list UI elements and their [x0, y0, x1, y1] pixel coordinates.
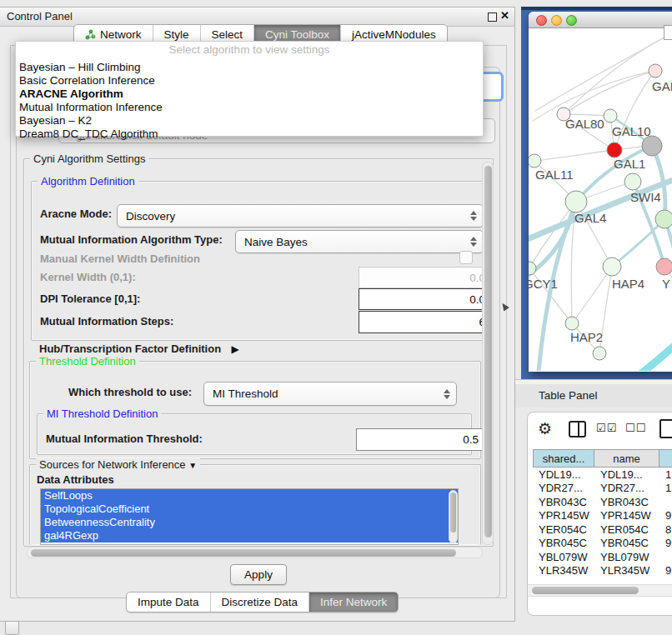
table-cell[interactable]: 9.	[659, 578, 672, 581]
table-cell[interactable]: YPR145W	[533, 509, 594, 523]
manual-kernel-checkbox[interactable]	[459, 251, 473, 264]
table-cell[interactable]: YDR27...	[533, 482, 594, 496]
table-row[interactable]: YIL053CYIL053C9.	[533, 578, 672, 581]
network-edge[interactable]	[627, 326, 672, 371]
table-cell[interactable]: YDL19...	[533, 468, 594, 482]
network-node[interactable]	[649, 64, 662, 78]
table-row[interactable]: YBR045CYBR045C9.	[533, 537, 672, 551]
table-row[interactable]: YDL19...YDL19...13	[533, 468, 672, 482]
aracne-mode-combo[interactable]: Discovery	[117, 204, 484, 228]
table-row[interactable]: YDR27...YDR27...12	[533, 482, 672, 496]
table-cell[interactable]	[659, 550, 672, 564]
data-attributes-list[interactable]: SelfLoopsTopologicalCoefficientBetweenne…	[40, 488, 459, 545]
split-columns-icon[interactable]	[569, 421, 586, 438]
attribute-item-gal4rgexp[interactable]: gal4RGexp	[41, 529, 458, 542]
network-node[interactable]	[565, 317, 579, 330]
network-edge[interactable]	[572, 267, 612, 323]
network-node[interactable]	[607, 142, 622, 158]
table-cell[interactable]: 13	[659, 468, 672, 482]
algorithm-option-mutual-information-inference[interactable]: Mutual Information Inference	[16, 101, 483, 114]
function-builder-icon[interactable]	[659, 419, 672, 438]
settings-horizontal-scrollbar[interactable]	[27, 547, 483, 558]
table-cell[interactable]	[659, 495, 672, 509]
disclosure-expanded-icon[interactable]: ▼	[188, 461, 197, 470]
attribute-item-selfloops[interactable]: SelfLoops	[41, 489, 458, 502]
collapsed-panel-button[interactable]	[5, 621, 19, 635]
mi-threshold-input[interactable]: 0.5	[356, 428, 484, 451]
table-horizontal-scrollbar[interactable]	[528, 584, 672, 597]
algorithm-option-bayesian-hill-climbing[interactable]: Bayesian – Hill Climbing	[16, 61, 483, 74]
algorithm-option-dream8-dc-tdc-algorithm[interactable]: Dream8 DC_TDC Algorithm	[16, 128, 483, 141]
table-cell[interactable]: YBR043C	[533, 495, 594, 509]
network-edge[interactable]	[564, 71, 655, 114]
mi-steps-input[interactable]: 6	[359, 311, 491, 333]
algorithm-option-basic-correlation-inference[interactable]: Basic Correlation Inference	[16, 74, 483, 88]
table-cell[interactable]: 9.	[659, 564, 672, 578]
column-header-name[interactable]: name	[594, 449, 659, 468]
table-cell[interactable]: YLR345W	[594, 564, 659, 578]
table-cell[interactable]: YLR345W	[533, 564, 594, 578]
gear-icon[interactable]: ⚙	[538, 419, 552, 438]
table-cell[interactable]: YER054C	[594, 522, 659, 537]
network-node[interactable]	[624, 173, 641, 190]
table-cell[interactable]: YBL079W	[533, 550, 594, 564]
table-cell[interactable]: 9.	[659, 509, 672, 523]
column-header-a[interactable]: A	[659, 449, 672, 468]
table-row[interactable]: YER054CYER054C8.	[533, 522, 672, 537]
kernel-width-input[interactable]: 0.0	[359, 267, 491, 288]
table-cell[interactable]: YBR043C	[594, 495, 659, 509]
settings-vertical-scrollbar[interactable]	[482, 162, 494, 545]
kernel-width-label: Kernel Width (0,1):	[40, 271, 136, 283]
float-window-icon[interactable]	[488, 12, 497, 22]
table-cell[interactable]: YIL053C	[533, 578, 594, 581]
network-window-titlebar[interactable]	[529, 12, 672, 28]
mi-algorithm-type-combo[interactable]: Naive Bayes	[235, 230, 484, 253]
table-cell[interactable]: YPR145W	[594, 509, 659, 523]
table-cell[interactable]: 8.	[659, 522, 672, 537]
network-node[interactable]	[655, 210, 672, 228]
network-canvas[interactable]: GAL7GAL80GAL10GAL1GAL11SWI4GAL4GCY1HAP4Y…	[529, 28, 672, 371]
table-row[interactable]: YBR043CYBR043C	[533, 495, 672, 509]
tab-impute-data[interactable]: Impute Data	[127, 592, 210, 612]
attribute-item-topologicalcoefficient[interactable]: TopologicalCoefficient	[41, 502, 458, 516]
tab-discretize-data[interactable]: Discretize Data	[210, 592, 309, 612]
table-cell[interactable]: 9.	[659, 537, 672, 551]
node-label-gal7: GAL7	[652, 79, 672, 93]
network-node[interactable]	[642, 136, 662, 156]
table-cell[interactable]: YIL053C	[594, 578, 659, 581]
network-node[interactable]	[529, 262, 536, 275]
table-cell[interactable]: YDR27...	[594, 482, 659, 496]
dpi-tolerance-input[interactable]: 0.0	[359, 288, 491, 310]
network-node[interactable]	[593, 347, 606, 360]
table-cell[interactable]: YDL19...	[594, 468, 659, 482]
network-node[interactable]	[604, 109, 617, 122]
table-row[interactable]: YLR345WYLR345W9.	[533, 564, 672, 578]
table-cell[interactable]: YER054C	[533, 522, 594, 537]
hub-definition-disclosure[interactable]: Hub/Transcription Factor Definition ▶	[39, 341, 239, 356]
table-cell[interactable]: YBR045C	[594, 537, 659, 551]
table-cell[interactable]: YBR045C	[533, 537, 594, 551]
network-node[interactable]	[603, 258, 621, 276]
select-all-columns-icon[interactable]: ☑☑	[596, 422, 617, 434]
attributes-scrollbar[interactable]	[449, 490, 458, 543]
algorithm-option-aracne-algorithm[interactable]: ARACNE Algorithm	[16, 88, 483, 101]
zoom-traffic-light[interactable]	[566, 15, 577, 26]
table-row[interactable]: YPR145WYPR145W9.	[533, 509, 672, 523]
table-cell[interactable]: YBL079W	[594, 550, 659, 564]
table-cell[interactable]: 12	[659, 482, 672, 496]
deselect-all-columns-icon[interactable]: ☐☐	[625, 422, 646, 434]
algorithm-option-bayesian-k2[interactable]: Bayesian – K2	[16, 114, 483, 128]
table-row[interactable]: YBL079WYBL079W	[533, 550, 672, 564]
which-threshold-combo[interactable]: MI Threshold	[203, 382, 457, 406]
tab-infer-network[interactable]: Infer Network	[308, 592, 398, 612]
network-node[interactable]	[656, 258, 672, 275]
close-icon[interactable]: ✕	[500, 9, 509, 22]
attribute-item-betweennesscentrality[interactable]: BetweennessCentrality	[41, 516, 458, 529]
column-header-shared[interactable]: shared...	[533, 449, 594, 468]
network-node[interactable]	[565, 191, 587, 212]
minimize-traffic-light[interactable]	[551, 15, 562, 26]
apply-button[interactable]: Apply	[230, 564, 287, 585]
close-traffic-light[interactable]	[536, 15, 547, 26]
network-edge[interactable]	[534, 150, 614, 161]
network-node[interactable]	[529, 154, 541, 168]
